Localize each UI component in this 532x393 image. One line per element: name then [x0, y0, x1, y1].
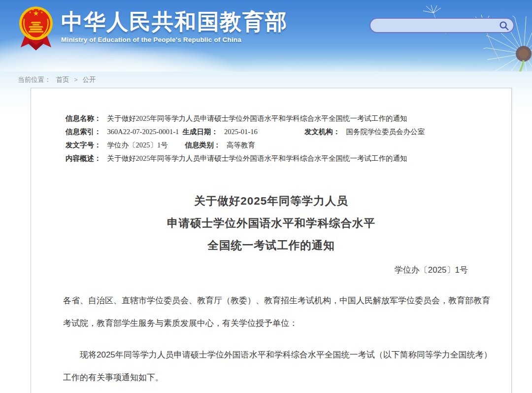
meta-label-name: 信息名称：	[66, 112, 101, 125]
meta-row-docno: 发文字号： 学位办〔2025〕1号 信息类别： 高等教育	[66, 139, 511, 152]
search-box	[369, 18, 514, 33]
meta-value-docno: 学位办〔2025〕1号	[107, 139, 185, 152]
meta-value-category: 高等教育	[227, 139, 255, 152]
document-title-line: 申请硕士学位外国语水平和学科综合水平	[31, 212, 511, 234]
meta-label-category: 信息类别：	[185, 139, 221, 152]
meta-row-name: 信息名称： 关于做好2025年同等学力人员申请硕士学位外国语水平和学科综合水平全…	[66, 112, 511, 125]
meta-label-date: 生成日期：	[183, 125, 219, 139]
meta-value-summary: 关于做好2025年同等学力人员申请硕士学位外国语水平和学科综合水平全国统一考试工…	[107, 152, 407, 165]
meta-value-agency: 国务院学位委员会办公室	[346, 125, 425, 139]
meta-value-index: 360A22-07-2025-0001-1	[107, 125, 183, 139]
paragraph: 现将2025年同等学力人员申请硕士学位外国语水平和学科综合水平全国统一考试（以下…	[63, 344, 496, 389]
breadcrumb-link-home[interactable]: 首页	[56, 75, 69, 84]
breadcrumb-link-gongkai[interactable]: 公开	[83, 75, 96, 84]
search-input[interactable]	[370, 19, 499, 32]
meta-label-summary: 内容概述：	[66, 152, 101, 165]
document-panel: 信息名称： 关于做好2025年同等学力人员申请硕士学位外国语水平和学科综合水平全…	[31, 88, 512, 393]
brand-text: 中华人民共和国教育部 Ministry of Education of the …	[61, 5, 288, 43]
site-logo[interactable]: 中华人民共和国教育部 Ministry of Education of the …	[18, 5, 288, 56]
national-emblem-icon	[18, 5, 54, 56]
document-title: 关于做好2025年同等学力人员 申请硕士学位外国语水平和学科综合水平 全国统一考…	[31, 190, 511, 256]
document-title-line: 全国统一考试工作的通知	[31, 234, 511, 256]
cloud-decoration	[163, 57, 532, 71]
meta-value-name: 关于做好2025年同等学力人员申请硕士学位外国语水平和学科综合水平全国统一考试工…	[107, 112, 407, 125]
meta-row-index: 信息索引： 360A22-07-2025-0001-1 生成日期： 2025-0…	[66, 125, 511, 139]
site-header: 中华人民共和国教育部 Ministry of Education of the …	[0, 0, 532, 71]
document-meta: 信息名称： 关于做好2025年同等学力人员申请硕士学位外国语水平和学科综合水平全…	[66, 112, 511, 165]
meta-label-agency: 发文机构：	[304, 125, 340, 139]
meta-value-date: 2025-01-16	[224, 125, 304, 139]
search-icon[interactable]	[499, 20, 509, 31]
meta-label-index: 信息索引：	[66, 125, 101, 139]
paragraph: 各省、自治区、直辖市学位委员会、教育厅（教委）、教育招生考试机构，中国人民解放军…	[63, 289, 496, 335]
breadcrumb: 当前位置： 首页 > 公开	[18, 75, 96, 84]
meta-row-summary: 内容概述： 关于做好2025年同等学力人员申请硕士学位外国语水平和学科综合水平全…	[66, 152, 511, 165]
document-number: 学位办〔2025〕1号	[31, 263, 511, 277]
site-title: 中华人民共和国教育部	[61, 10, 288, 34]
site-subtitle: Ministry of Education of the People's Re…	[61, 36, 288, 43]
document-body: 各省、自治区、直辖市学位委员会、教育厅（教委）、教育招生考试机构，中国人民解放军…	[31, 289, 511, 389]
meta-label-docno: 发文字号：	[66, 139, 101, 152]
page: 中华人民共和国教育部 Ministry of Education of the …	[0, 0, 532, 393]
breadcrumb-label: 当前位置：	[18, 75, 51, 84]
document-title-line: 关于做好2025年同等学力人员	[31, 190, 511, 212]
chevron-right-icon: >	[74, 76, 78, 83]
dandelion-decoration	[477, 7, 532, 71]
